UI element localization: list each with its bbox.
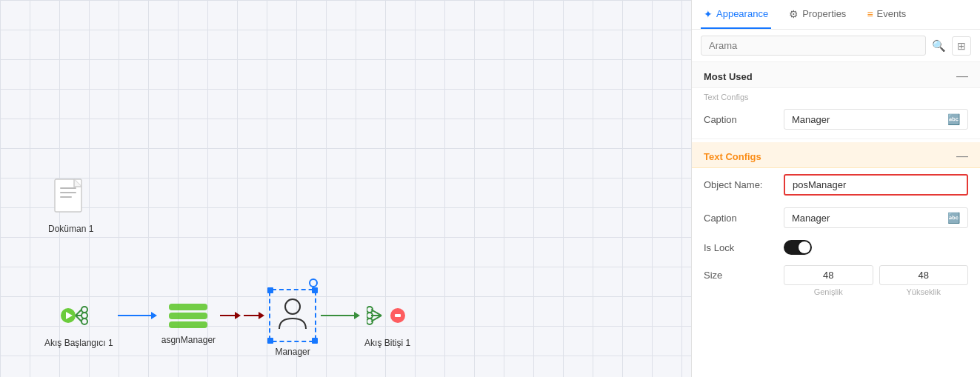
width-sub-label: Genişlik [814, 287, 843, 296]
svg-line-3 [76, 310, 81, 316]
svg-rect-11 [169, 321, 207, 328]
search-button[interactable]: 🔍 [932, 39, 946, 53]
svg-point-12 [285, 299, 300, 314]
manager-label: Manager [275, 347, 310, 357]
most-used-header: Most Used — [692, 62, 980, 88]
svg-line-5 [76, 316, 81, 321]
height-group: Yükseklik [879, 265, 969, 296]
text-configs-caption-value: Manager [792, 213, 830, 224]
most-used-title: Most Used [704, 71, 753, 82]
doc-icon [53, 178, 89, 219]
properties-icon: ⚙ [789, 8, 799, 20]
most-used-caption-label: Caption [704, 114, 778, 125]
start-icon [58, 298, 99, 333]
end-icon [367, 298, 408, 333]
text-configs-caption-label: Caption [704, 213, 778, 224]
flow-node-asgnmanager[interactable]: asgnManager [161, 301, 216, 345]
is-lock-toggle-container [784, 240, 812, 255]
svg-point-6 [81, 307, 87, 313]
divider-1 [692, 139, 980, 139]
most-used-sub-label: Text Configs [692, 88, 980, 103]
svg-rect-20 [395, 314, 401, 317]
svg-point-8 [81, 318, 87, 324]
height-sub-label: Yükseklik [907, 287, 941, 296]
layout-button[interactable]: ⊞ [952, 36, 971, 56]
end-label: Akış Bitişi 1 [364, 338, 410, 348]
appearance-icon: ✦ [704, 8, 713, 20]
object-name-row: Object Name: [692, 168, 980, 201]
most-used-caption-value: Manager [792, 114, 830, 125]
size-label: Size [704, 265, 778, 281]
search-input[interactable] [701, 36, 926, 56]
flow-node-manager[interactable]: Manager [269, 289, 316, 357]
is-lock-label: Is Lock [704, 242, 778, 253]
text-configs-title: Text Configs [704, 151, 761, 162]
tab-appearance[interactable]: ✦ Appearance [701, 1, 771, 29]
events-icon: ≡ [867, 8, 873, 20]
height-input[interactable] [879, 265, 969, 285]
text-configs-caption-row: Caption Manager 🔤 [692, 201, 980, 234]
right-panel: ✦ Appearance ⚙ Properties ≡ Events 🔍 ⊞ M… [691, 0, 980, 377]
search-bar: 🔍 ⊞ [692, 30, 980, 62]
flow-row: Akış Başlangıcı 1 asgnManager [44, 289, 410, 357]
most-used-caption-value-box[interactable]: Manager 🔤 [784, 109, 968, 130]
start-label: Akış Başlangıcı 1 [44, 338, 113, 348]
most-used-caption-row: Caption Manager 🔤 [692, 103, 980, 136]
svg-point-7 [81, 313, 87, 318]
manager-person-icon [276, 296, 309, 332]
arrow-1 [118, 312, 157, 319]
text-configs-header: Text Configs — [692, 142, 980, 168]
tab-events[interactable]: ≡ Events [864, 1, 909, 29]
assign-icon [167, 301, 209, 330]
most-used-collapse[interactable]: — [956, 70, 968, 83]
arrow-3 [321, 312, 360, 319]
text-configs-caption-value-box[interactable]: Manager 🔤 [784, 207, 968, 228]
object-name-input[interactable] [784, 174, 968, 196]
is-lock-toggle[interactable] [784, 240, 812, 255]
flow-node-end[interactable]: Akış Bitişi 1 [364, 298, 410, 348]
width-input[interactable] [784, 265, 873, 285]
flow-node-start[interactable]: Akış Başlangıcı 1 [44, 298, 113, 348]
is-lock-row: Is Lock [692, 234, 980, 261]
tab-properties[interactable]: ⚙ Properties [786, 1, 849, 29]
asgnmanager-label: asgnManager [161, 335, 216, 345]
doc-node: Doküman 1 [48, 178, 93, 234]
text-configs-caption-edit-btn[interactable]: 🔤 [947, 212, 960, 224]
object-name-label: Object Name: [704, 179, 778, 190]
text-configs-collapse[interactable]: — [956, 150, 968, 163]
arrow-2 [220, 312, 264, 319]
doc-node-label: Doküman 1 [48, 224, 93, 234]
tabs: ✦ Appearance ⚙ Properties ≡ Events [692, 0, 980, 30]
size-inputs: Genişlik Yükseklik [784, 265, 968, 296]
size-row: Size Genişlik Yükseklik [692, 261, 980, 304]
svg-rect-9 [169, 304, 207, 310]
most-used-caption-edit-btn[interactable]: 🔤 [947, 113, 960, 125]
svg-rect-10 [169, 313, 207, 319]
width-group: Genişlik [784, 265, 873, 296]
canvas[interactable]: Doküman 1 Akış Başlangıcı 1 [0, 0, 691, 377]
